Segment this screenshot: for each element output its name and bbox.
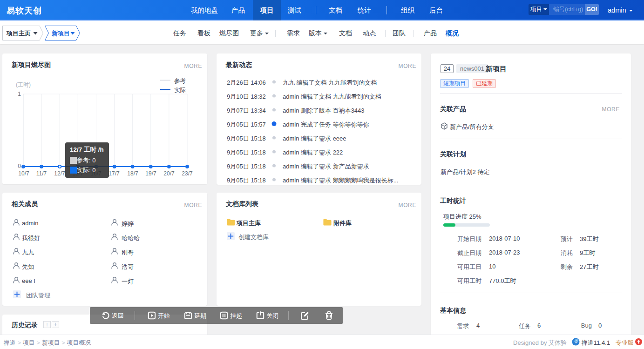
svg-text:实际: 实际 [174, 87, 186, 94]
svg-text:新项目: 新项目 [51, 30, 70, 37]
svg-text:(工时): (工时) [16, 81, 31, 88]
svg-text:18/7: 18/7 [127, 170, 138, 177]
svg-text:19/7: 19/7 [145, 170, 156, 177]
svg-text:1: 1 [18, 91, 21, 97]
svg-text:12/7: 12/7 [54, 170, 65, 177]
svg-text:17/7: 17/7 [108, 170, 120, 177]
svg-text:20/7: 20/7 [163, 170, 175, 177]
svg-text:0: 0 [18, 163, 21, 169]
svg-text:11/7: 11/7 [36, 170, 47, 177]
svg-text:项目主页: 项目主页 [6, 30, 31, 37]
svg-text:参考: 参考 [174, 78, 186, 84]
svg-text:10/7: 10/7 [18, 170, 29, 177]
svg-text:23/7: 23/7 [182, 170, 193, 177]
